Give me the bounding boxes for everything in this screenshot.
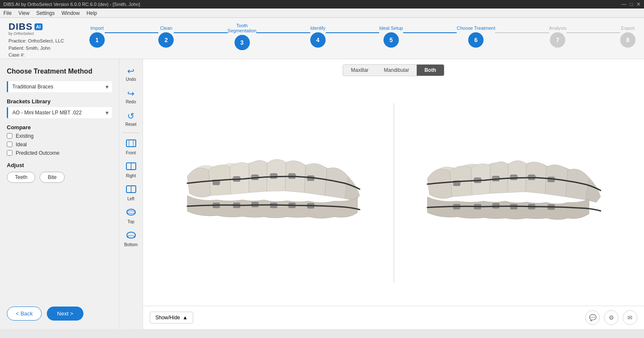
back-button[interactable]: < Back	[7, 307, 42, 321]
reset-button[interactable]: ↺ Reset	[120, 108, 142, 129]
svg-rect-0	[126, 140, 136, 147]
tooth-model-left[interactable]	[175, 134, 370, 253]
view-right-button[interactable]: Right	[120, 159, 142, 181]
compare-predicted: Predicted Outcome	[7, 150, 112, 156]
step-5-label: Ideal Setup	[379, 26, 403, 31]
bottom-icon	[126, 231, 137, 241]
next-button[interactable]: Next >	[47, 307, 83, 321]
logo: DIBS AI	[9, 21, 77, 32]
undo-button[interactable]: ↩ Undo	[120, 63, 142, 84]
menu-view[interactable]: View	[18, 10, 29, 16]
show-hide-chevron: ▲	[183, 315, 188, 321]
step-3[interactable]: Tooth Segmentation 3	[228, 23, 257, 50]
svg-rect-14	[232, 178, 241, 179]
redo-button[interactable]: ↪ Redo	[120, 86, 142, 107]
step-line-5	[403, 32, 457, 33]
tooth-svg-left	[175, 134, 370, 253]
step-8[interactable]: Export 8	[620, 26, 635, 48]
svg-rect-32	[473, 179, 482, 180]
step-7-label: Analysis	[549, 26, 567, 31]
svg-rect-38	[527, 176, 536, 177]
practice-info: Practice: OrthoSelect, LLC Patient: Smit…	[9, 37, 77, 59]
logo-dibs: DIBS	[9, 21, 33, 32]
step-line-6	[495, 32, 549, 33]
viewport-controls: ↩ Undo ↪ Redo ↺ Reset Front Right	[119, 59, 143, 329]
adjust-buttons: Teeth Bite	[7, 172, 112, 183]
redo-label: Redo	[126, 99, 136, 104]
step-8-circle: 8	[620, 32, 635, 48]
case-number: Case #:	[9, 51, 77, 59]
compare-ideal-label: Ideal	[16, 142, 27, 148]
undo-icon: ↩	[127, 66, 135, 76]
viewport-divider	[394, 103, 394, 283]
maximize-btn[interactable]: □	[630, 1, 633, 7]
adjust-label: Adjust	[7, 162, 112, 168]
title-bar-controls[interactable]: — □ ✕	[621, 1, 641, 7]
adjust-teeth-btn[interactable]: Teeth	[7, 172, 35, 183]
viewport-content[interactable]	[143, 81, 644, 306]
adjust-section: Adjust Teeth Bite	[7, 162, 112, 183]
top-icon	[126, 208, 137, 219]
close-btn[interactable]: ✕	[636, 1, 641, 7]
reset-icon: ↺	[127, 111, 135, 121]
svg-rect-18	[269, 175, 278, 176]
compare-ideal: Ideal	[7, 142, 112, 148]
step-2-label: Clean	[160, 26, 172, 31]
treatment-select[interactable]: Traditional Braces	[7, 81, 112, 92]
menu-window[interactable]: Window	[62, 10, 80, 16]
title-bar-text: DIBS AI by OrthoSelect Version 6.0.0 RC.…	[3, 2, 140, 7]
svg-point-8	[127, 211, 135, 213]
treatment-method-section: Traditional Braces ▾	[7, 81, 112, 92]
menu-settings[interactable]: Settings	[36, 10, 54, 16]
compare-existing-checkbox[interactable]	[7, 133, 12, 139]
toggle-mandibular[interactable]: Mandibular	[376, 65, 417, 76]
compare-predicted-checkbox[interactable]	[7, 150, 12, 156]
email-icon-btn[interactable]: ✉	[623, 310, 637, 325]
menu-help[interactable]: Help	[86, 10, 97, 16]
step-6-circle: 6	[468, 32, 484, 48]
svg-rect-16	[251, 176, 259, 177]
settings-icon: ⚙	[609, 314, 614, 321]
step-1[interactable]: Import 1	[89, 26, 105, 48]
view-front-button[interactable]: Front	[120, 136, 142, 158]
adjust-bite-btn[interactable]: Bite	[40, 172, 65, 183]
front-label: Front	[126, 151, 136, 155]
settings-icon-btn[interactable]: ⚙	[604, 310, 618, 325]
step-5[interactable]: Ideal Setup 5	[379, 26, 403, 48]
show-hide-label: Show/Hide	[155, 315, 180, 321]
step-2[interactable]: Clean 2	[158, 26, 174, 48]
viewport: Maxillar Mandibular Both	[143, 59, 644, 329]
brackets-library-section: Brackets Library AO - Mini Master LP MBT…	[7, 98, 112, 118]
viewport-footer: Show/Hide ▲ 💬 ⚙ ✉	[143, 306, 644, 329]
step-line-3	[256, 32, 310, 33]
step-line-1	[105, 32, 158, 33]
logo-sub: by OrthoSelect	[9, 31, 77, 36]
view-top-button[interactable]: Top	[120, 205, 142, 227]
chat-icon-btn[interactable]: 💬	[585, 310, 600, 325]
brackets-select[interactable]: AO - Mini Master LP MBT .022	[7, 107, 112, 118]
show-hide-button[interactable]: Show/Hide ▲	[150, 312, 193, 324]
step-6[interactable]: Choose Treatment 6	[457, 26, 495, 48]
brackets-label: Brackets Library	[7, 98, 112, 105]
title-bar: DIBS AI by OrthoSelect Version 6.0.0 RC.…	[0, 0, 644, 9]
toggle-maxillar[interactable]: Maxillar	[343, 65, 376, 76]
minimize-btn[interactable]: —	[621, 1, 627, 7]
menu-file[interactable]: File	[3, 10, 11, 16]
toggle-both[interactable]: Both	[417, 65, 444, 76]
step-4[interactable]: Identify 4	[310, 26, 326, 48]
step-line-2	[174, 32, 227, 33]
svg-rect-20	[288, 175, 296, 176]
compare-predicted-label: Predicted Outcome	[16, 150, 60, 156]
undo-label: Undo	[126, 77, 136, 82]
sidebar-footer: < Back Next >	[7, 307, 112, 321]
step-7[interactable]: Analysis 7	[549, 26, 567, 48]
tooth-svg-right	[417, 134, 613, 253]
compare-existing-label: Existing	[16, 133, 34, 139]
tooth-model-right[interactable]	[417, 134, 613, 253]
menu-bar: File View Settings Window Help	[0, 9, 644, 18]
view-left-button[interactable]: Left	[120, 182, 142, 204]
step-5-circle: 5	[384, 32, 399, 48]
view-bottom-button[interactable]: Bottom	[120, 228, 142, 250]
svg-rect-34	[492, 177, 500, 178]
compare-ideal-checkbox[interactable]	[7, 142, 12, 147]
